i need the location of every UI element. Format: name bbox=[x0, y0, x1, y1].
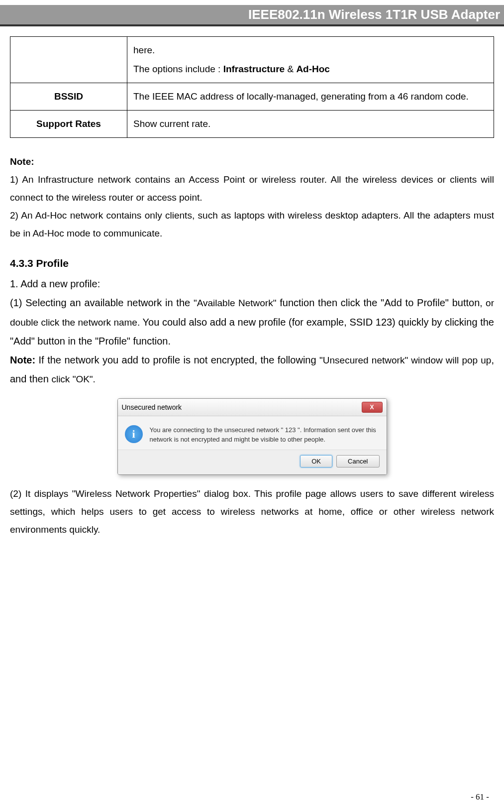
note-item-2: 2) An Ad-Hoc network contains only clien… bbox=[10, 207, 494, 242]
paragraph-2: (2) It displays "Wireless Network Proper… bbox=[10, 485, 494, 539]
dialog-title: Unsecured network bbox=[122, 403, 362, 411]
table-row: BSSID The IEEE MAC address of locally-ma… bbox=[10, 83, 494, 111]
note-title: Note: bbox=[10, 153, 494, 171]
close-icon[interactable]: X bbox=[362, 402, 383, 413]
table-row: here. The options include : Infrastructu… bbox=[10, 37, 494, 83]
dialog-titlebar: Unsecured network X bbox=[118, 399, 387, 416]
table-label-empty bbox=[10, 37, 127, 83]
table-desc-bssid: The IEEE MAC address of locally-managed,… bbox=[127, 83, 494, 111]
dialog-message: You are connecting to the unsecured netw… bbox=[150, 425, 380, 445]
dialog-button-row: OK Cancel bbox=[118, 450, 387, 474]
definitions-table: here. The options include : Infrastructu… bbox=[10, 36, 494, 138]
page-number: - 61 - bbox=[0, 787, 504, 812]
header-title: IEEE802.11n Wireless 1T1R USB Adapter bbox=[248, 7, 500, 22]
table-label-rates: Support Rates bbox=[10, 111, 127, 138]
table-row: Support Rates Show current rate. bbox=[10, 111, 494, 138]
dialog-body: i You are connecting to the unsecured ne… bbox=[118, 416, 387, 450]
table-desc-rates: Show current rate. bbox=[127, 111, 494, 138]
unsecured-network-dialog: Unsecured network X i You are connecting… bbox=[117, 398, 387, 475]
table-desc-networktype: here. The options include : Infrastructu… bbox=[127, 37, 494, 83]
info-icon: i bbox=[125, 425, 143, 443]
note-item-1: 1) An Infrastructure network contains an… bbox=[10, 171, 494, 207]
table-label-bssid: BSSID bbox=[10, 83, 127, 111]
note-paragraph: Note: If the network you add to profile … bbox=[10, 350, 494, 388]
section-heading: 4.3.3 Profile bbox=[10, 257, 494, 269]
note-section: Note: 1) An Infrastructure network conta… bbox=[10, 153, 494, 242]
document-header: IEEE802.11n Wireless 1T1R USB Adapter bbox=[0, 5, 504, 26]
dialog-screenshot: Unsecured network X i You are connecting… bbox=[10, 398, 494, 475]
cancel-button[interactable]: Cancel bbox=[336, 455, 379, 467]
ok-button[interactable]: OK bbox=[300, 455, 332, 467]
add-profile-line: 1. Add a new profile: bbox=[10, 274, 494, 293]
paragraph-1: (1) Selecting an available network in th… bbox=[10, 293, 494, 350]
